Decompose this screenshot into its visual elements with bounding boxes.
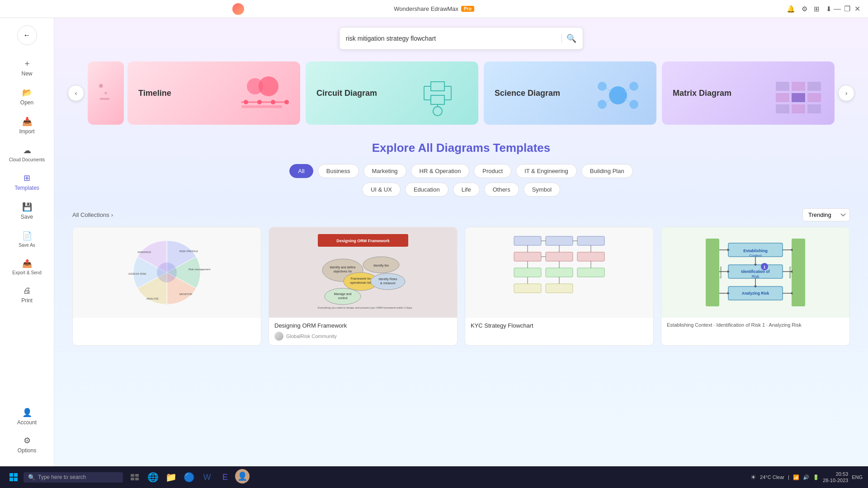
carousel-prev-button[interactable]: ‹ — [68, 85, 84, 101]
windows-icon — [9, 473, 18, 482]
sidebar-item-save-as[interactable]: 📄 Save As — [3, 226, 51, 252]
sort-select[interactable]: Trending Newest Most Used — [802, 208, 850, 221]
sidebar-item-export[interactable]: 📤 Export & Send — [3, 254, 51, 280]
filter-product[interactable]: Product — [474, 164, 511, 178]
chevron-left-icon: ‹ — [75, 89, 77, 97]
svg-point-6 — [244, 100, 248, 104]
carousel-card-circuit[interactable]: Circuit Diagram — [306, 61, 478, 125]
template-card-kyc[interactable]: KYC Strategy Flowchart — [465, 227, 654, 346]
taskbar-search-text: Type here to search — [38, 474, 86, 480]
filter-hr[interactable]: HR & Operation — [411, 164, 470, 178]
speaker-icon: 🔊 — [803, 474, 809, 480]
svg-rect-124 — [131, 474, 134, 477]
filter-ui[interactable]: UI & UX — [362, 183, 401, 197]
svg-point-26 — [598, 100, 607, 109]
carousel-card-partial[interactable] — [88, 61, 124, 125]
sidebar-item-open[interactable]: 📂 Open — [3, 83, 51, 110]
title-bar-icons: 🔔 ⚙ ⊞ ⬇ — [787, 5, 832, 13]
svg-point-8 — [271, 100, 275, 104]
sidebar: ← ＋ New 📂 Open 📥 Import ☁ Cloud Document… — [0, 18, 54, 466]
filter-life[interactable]: Life — [453, 183, 480, 197]
filter-education[interactable]: Education — [405, 183, 448, 197]
carousel-next-button[interactable]: › — [838, 85, 854, 101]
svg-rect-38 — [776, 104, 789, 113]
taskbar-app-word[interactable]: W — [199, 469, 215, 485]
taskbar-right: ☀ 24°C Clear | 📶 🔊 🔋 20:53 28-10-2023 EN… — [750, 471, 863, 484]
taskbar-app-edrawmax[interactable]: E — [217, 469, 233, 485]
filter-it[interactable]: IT & Engineering — [516, 164, 577, 178]
user-avatar[interactable] — [232, 3, 244, 15]
template-card-username-orm: GlobalRisk Community — [286, 333, 337, 339]
restore-button[interactable]: ❐ — [844, 5, 851, 13]
svg-rect-35 — [776, 93, 789, 102]
settings-icon[interactable]: ⚙ — [802, 5, 807, 13]
svg-rect-33 — [792, 82, 805, 91]
battery-icon: 🔋 — [813, 474, 819, 480]
search-input[interactable] — [346, 35, 557, 42]
svg-rect-10 — [241, 105, 255, 108]
filter-others[interactable]: Others — [484, 183, 519, 197]
carousel-card-matrix[interactable]: Matrix Diagram — [662, 61, 835, 125]
svg-text:Analyzing Risk: Analyzing Risk — [742, 291, 769, 296]
sidebar-item-print[interactable]: 🖨 Print — [3, 282, 51, 308]
template-card-image-risk-wheel: RISK PROFILE Risk management MONITOR ANA… — [73, 227, 261, 318]
filter-marketing[interactable]: Marketing — [363, 164, 406, 178]
taskbar-app-explorer[interactable]: 📁 — [163, 469, 179, 485]
chevron-right-icon: › — [845, 89, 848, 97]
svg-rect-120 — [9, 473, 13, 477]
cloud-icon: ☁ — [23, 145, 31, 155]
taskbar-app-edge[interactable]: 🌐 — [145, 469, 161, 485]
template-card-risk-wheel[interactable]: RISK PROFILE Risk management MONITOR ANA… — [72, 227, 261, 346]
close-button[interactable]: ✕ — [854, 5, 861, 13]
carousel-card-timeline[interactable]: Timeline — [127, 61, 300, 125]
taskbar-app-chrome[interactable]: 🔵 — [181, 469, 197, 485]
all-collections-button[interactable]: All Collections › — [72, 211, 113, 218]
search-button[interactable]: 🔍 — [566, 33, 576, 43]
svg-text:Manage and: Manage and — [334, 292, 352, 296]
back-button[interactable]: ← — [17, 25, 37, 45]
svg-text:VARIANCE: VARIANCE — [137, 251, 151, 253]
svg-text:MONITOR: MONITOR — [179, 293, 193, 296]
taskbar-search[interactable]: 🔍 Type here to search — [24, 472, 123, 483]
back-icon: ← — [24, 31, 31, 39]
svg-rect-14 — [431, 95, 444, 104]
svg-rect-78 — [546, 284, 573, 293]
svg-rect-77 — [514, 284, 541, 293]
taskbar-app-taskview[interactable] — [127, 469, 143, 485]
sidebar-item-templates[interactable]: ⊞ Templates — [3, 169, 51, 196]
sidebar-item-options[interactable]: ⚙ Options — [3, 431, 51, 458]
svg-point-7 — [257, 100, 262, 104]
sidebar-item-label-account: Account — [17, 419, 37, 426]
svg-rect-75 — [546, 268, 573, 277]
sidebar-item-import[interactable]: 📥 Import — [3, 112, 51, 139]
sidebar-item-new[interactable]: ＋ New — [3, 53, 51, 81]
sidebar-item-save[interactable]: 💾 Save — [3, 197, 51, 225]
svg-point-4 — [259, 76, 278, 96]
template-card-risk-analysis[interactable]: Establishing Context Identification of R… — [661, 227, 850, 346]
grid-icon[interactable]: ⊞ — [814, 5, 820, 13]
template-card-orm[interactable]: Designing ORM Framework Identify and def… — [269, 227, 458, 346]
sidebar-item-cloud[interactable]: ☁ Cloud Documents — [3, 141, 51, 167]
template-card-info-risk-wheel — [73, 318, 261, 327]
filter-building[interactable]: Building Plan — [581, 164, 633, 178]
filter-business[interactable]: Business — [318, 164, 359, 178]
matrix-illustration — [762, 73, 830, 120]
svg-text:ASSESS RISK: ASSESS RISK — [128, 272, 146, 275]
timeline-illustration — [228, 73, 296, 120]
carousel-card-science[interactable]: Science Diagram — [484, 61, 656, 125]
sidebar-item-account[interactable]: 👤 Account — [3, 403, 51, 430]
explore-title-plain: Explore — [372, 141, 418, 155]
sidebar-item-label-new: New — [21, 70, 32, 77]
filter-all[interactable]: All — [289, 164, 313, 178]
download-icon[interactable]: ⬇ — [826, 5, 832, 13]
notification-icon[interactable]: 🔔 — [787, 5, 795, 13]
svg-point-9 — [284, 100, 289, 104]
filter-symbol[interactable]: Symbol — [524, 183, 560, 197]
sidebar-item-label-print: Print — [21, 297, 33, 304]
svg-marker-113 — [790, 292, 793, 295]
science-illustration — [584, 73, 652, 120]
explore-section: Explore All Diagrams Templates All Busin… — [54, 132, 868, 208]
start-button[interactable] — [5, 469, 22, 485]
svg-rect-13 — [431, 82, 444, 91]
minimize-button[interactable]: — — [834, 5, 841, 13]
